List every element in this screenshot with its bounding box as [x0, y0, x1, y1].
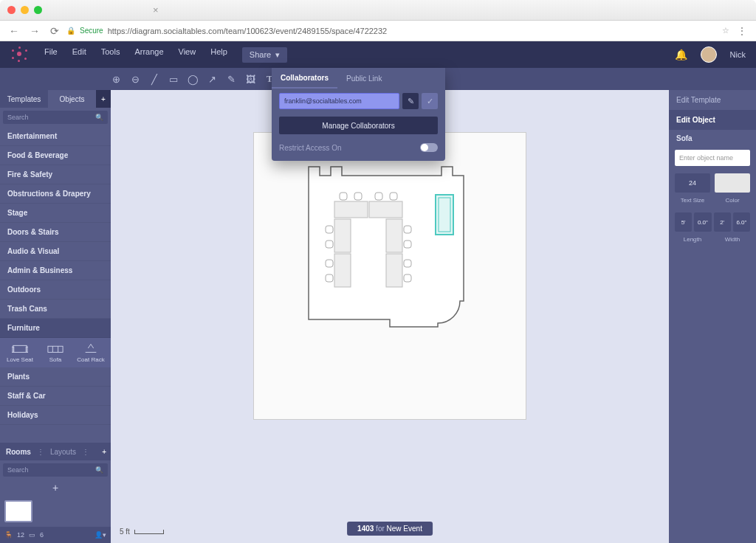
cat-trash[interactable]: Trash Cans: [0, 300, 111, 319]
room-thumbnail[interactable]: [4, 500, 32, 522]
length-ft[interactable]: 5': [675, 212, 692, 232]
cat-fire[interactable]: Fire & Safety: [0, 165, 111, 184]
user-avatar[interactable]: [701, 46, 717, 63]
add-room-plus[interactable]: +: [0, 480, 111, 496]
address-bar[interactable]: 🔒 Secure https://diagram.socialtables.co…: [66, 27, 715, 35]
width-in[interactable]: 6.0": [733, 212, 750, 232]
svg-rect-9: [334, 254, 351, 287]
add-room-button[interactable]: +: [97, 448, 111, 456]
tab-rooms[interactable]: Rooms: [0, 448, 37, 456]
svg-rect-11: [386, 254, 402, 287]
tab-edit-template[interactable]: Edit Template: [669, 90, 756, 110]
item-sofa[interactable]: Sofa: [38, 342, 72, 363]
count-chairs: 12: [17, 531, 24, 539]
manage-collaborators-button[interactable]: Manage Collaborators: [279, 117, 438, 134]
svg-rect-13: [354, 193, 362, 200]
cat-staff[interactable]: Staff & Car: [0, 387, 111, 406]
svg-rect-14: [375, 193, 382, 200]
room-search-input[interactable]: Search🔍: [3, 463, 108, 477]
selected-object[interactable]: [436, 195, 453, 235]
footer-stat[interactable]: 1403 for New Event: [347, 522, 433, 536]
color-label: Color: [715, 197, 750, 204]
text-size-value[interactable]: 24: [675, 173, 710, 193]
length-label: Length: [675, 236, 710, 243]
tab-add[interactable]: +: [96, 90, 111, 108]
browser-menu-icon[interactable]: ⋮: [737, 25, 747, 37]
person-icon[interactable]: 👤▾: [94, 531, 106, 539]
right-sidebar: Edit Template Edit Object Sofa Enter obj…: [669, 90, 756, 543]
collaborator-email-input[interactable]: franklin@socialtables.com: [279, 93, 399, 109]
confirm-add-button[interactable]: ✓: [422, 93, 438, 109]
cat-entertainment[interactable]: Entertainment: [0, 127, 111, 146]
menu-file[interactable]: File: [44, 47, 58, 63]
line-tool-icon[interactable]: ╱: [149, 74, 159, 84]
tab-objects[interactable]: Objects: [48, 90, 96, 108]
svg-rect-18: [326, 260, 333, 267]
back-button[interactable]: ←: [9, 25, 19, 37]
tab-edit-object[interactable]: Edit Object: [669, 110, 756, 130]
menu-help[interactable]: Help: [210, 47, 227, 63]
scale-indicator: 5 ft: [120, 528, 164, 536]
cat-obstructions[interactable]: Obstructions & Drapery: [0, 184, 111, 204]
edit-permission-button[interactable]: ✎: [402, 93, 419, 109]
svg-rect-17: [326, 241, 333, 248]
reload-button[interactable]: ⟳: [50, 25, 59, 37]
circle-tool-icon[interactable]: ◯: [188, 74, 198, 84]
pencil-icon[interactable]: ✎: [226, 74, 236, 84]
forward-button[interactable]: →: [30, 25, 40, 37]
object-search-input[interactable]: Search🔍: [3, 111, 108, 124]
user-name[interactable]: Nick: [730, 50, 746, 59]
item-loveseat[interactable]: Love Seat: [3, 342, 37, 363]
length-in[interactable]: 0.0": [694, 212, 711, 232]
cat-food[interactable]: Food & Beverage: [0, 146, 111, 165]
minimize-window[interactable]: [21, 6, 29, 14]
svg-rect-21: [404, 241, 411, 248]
width-ft[interactable]: 2': [714, 212, 731, 232]
count-tables: 6: [40, 531, 44, 539]
svg-rect-19: [326, 274, 333, 282]
item-coatrack[interactable]: Coat Rack: [74, 342, 108, 363]
tab-templates[interactable]: Templates: [0, 90, 48, 108]
cat-outdoors[interactable]: Outdoors: [0, 280, 111, 300]
svg-rect-20: [404, 226, 411, 233]
close-window[interactable]: [7, 6, 16, 14]
url-text: https://diagram.socialtables.com/team/10…: [108, 27, 388, 35]
image-icon[interactable]: 🖼: [245, 74, 255, 84]
floor-plan: [294, 161, 486, 353]
app-logo[interactable]: [10, 45, 30, 64]
share-tab-public[interactable]: Public Link: [337, 68, 391, 89]
cat-furniture[interactable]: Furniture: [0, 319, 111, 338]
share-tab-collaborators[interactable]: Collaborators: [272, 68, 337, 89]
cat-stage[interactable]: Stage: [0, 204, 111, 223]
star-icon[interactable]: ☆: [722, 26, 729, 35]
cat-admin[interactable]: Admin & Business: [0, 261, 111, 280]
app-container: File Edit Tools Arrange View Help Share …: [0, 41, 756, 543]
maximize-window[interactable]: [34, 6, 42, 14]
restrict-access-label: Restrict Access On: [279, 144, 341, 152]
cat-audio[interactable]: Audio & Visual: [0, 242, 111, 261]
cat-doors[interactable]: Doors & Stairs: [0, 223, 111, 242]
svg-rect-16: [326, 226, 333, 233]
svg-rect-7: [369, 201, 402, 218]
color-swatch[interactable]: [715, 173, 750, 193]
zoom-out-icon[interactable]: ⊖: [130, 74, 140, 84]
menu-arrange[interactable]: Arrange: [134, 47, 163, 63]
menu-share[interactable]: Share ▾: [242, 47, 287, 63]
arrow-tool-icon[interactable]: ↗: [207, 74, 217, 84]
text-size-label: Text Size: [675, 197, 710, 204]
cat-holidays[interactable]: Holidays: [0, 406, 111, 425]
browser-nav: ← → ⟳ 🔒 Secure https://diagram.socialtab…: [0, 21, 756, 41]
menu-tools[interactable]: Tools: [101, 47, 120, 63]
object-name-input[interactable]: Enter object name: [675, 150, 750, 166]
cat-plants[interactable]: Plants: [0, 367, 111, 387]
restrict-access-toggle[interactable]: [420, 143, 438, 152]
menu-edit[interactable]: Edit: [72, 47, 86, 63]
tab-layouts[interactable]: Layouts: [44, 448, 82, 456]
main-menu: File Edit Tools Arrange View Help Share …: [44, 47, 287, 63]
left-sidebar: Templates Objects + Search🔍 Entertainmen…: [0, 90, 111, 543]
rect-tool-icon[interactable]: ▭: [168, 74, 179, 84]
zoom-in-icon[interactable]: ⊕: [111, 74, 121, 84]
bell-icon[interactable]: 🔔: [675, 49, 687, 60]
menu-view[interactable]: View: [179, 47, 196, 63]
tab-close-icon[interactable]: ×: [153, 4, 159, 15]
